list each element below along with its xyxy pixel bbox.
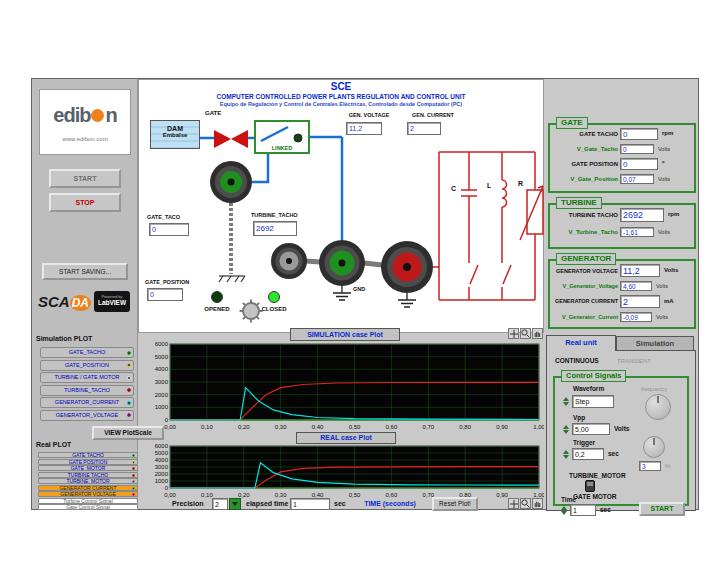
linked-switch[interactable]: LINKED: [254, 120, 310, 154]
transient-mode-label[interactable]: TRANSIENT: [617, 358, 651, 364]
opened-label: OPENED: [195, 306, 239, 312]
legend-label: GENERATOR CURRENT: [59, 485, 116, 491]
svg-text:0,50: 0,50: [349, 424, 361, 430]
svg-text:1000: 1000: [155, 478, 169, 484]
v-turbine-tacho-label: V_Turbine_Tacho: [552, 229, 618, 235]
time-label: Time: [561, 496, 576, 503]
reset-plot-button[interactable]: Reset Plot!: [432, 497, 478, 511]
legend-item-generator-voltage[interactable]: GENERATOR_VOLTAGE: [40, 410, 134, 421]
vpp-field[interactable]: 5,00: [572, 423, 610, 435]
stop-button[interactable]: STOP: [49, 193, 121, 212]
waveform-spinner[interactable]: [562, 395, 570, 408]
svg-text:0,60: 0,60: [386, 492, 398, 498]
legend-item-turbine-tacho[interactable]: TURBINE_TACHO: [40, 385, 134, 396]
legend-label: TURBINE TACHO: [68, 472, 108, 478]
continuous-mode-label[interactable]: CONTINUOUS: [555, 357, 599, 364]
elapsed-time-field[interactable]: 1: [290, 498, 330, 510]
v-gate-tacho-value: 0: [620, 144, 654, 154]
capacitor-label: C: [451, 185, 456, 192]
svg-text:0,30: 0,30: [275, 492, 287, 498]
v-generator-current-label: V_Generator_Current: [550, 314, 618, 320]
v-generator-voltage-value: 4,60: [620, 281, 652, 291]
time-unit: sec: [600, 506, 611, 513]
svg-text:1,00: 1,00: [533, 424, 544, 430]
percent-knob[interactable]: [643, 436, 665, 458]
time-spinner[interactable]: [560, 504, 568, 516]
gate-position-indicator: 0: [147, 288, 183, 301]
legend-item-real-turbine-motor[interactable]: TURBINE_MOTOR: [38, 478, 138, 484]
legend-item-turbine-gate-motor[interactable]: TURBINE / GATE MOTOR: [40, 372, 134, 383]
legend-item-real-generator-current[interactable]: GENERATOR CURRENT: [38, 485, 138, 491]
pan-tool-icon[interactable]: [532, 498, 543, 509]
start-control-button[interactable]: START: [639, 502, 685, 516]
legend-label: Turbine Control Signal: [63, 498, 113, 504]
trigger-spinner[interactable]: [562, 448, 570, 460]
vpp-spinner[interactable]: [562, 423, 570, 435]
legend-item-gate-tacho[interactable]: GATE_TACHO: [40, 347, 134, 358]
zoom-tool-icon[interactable]: [520, 328, 531, 339]
legend-label: TURBINE / GATE MOTOR: [54, 374, 119, 380]
tab-simulation[interactable]: Simulation: [616, 336, 694, 351]
svg-text:0,20: 0,20: [238, 492, 250, 498]
elapsed-time-label: elapsed time: [246, 500, 288, 507]
gate-taco-label: GATE_TACO: [147, 214, 180, 220]
svg-text:4000: 4000: [155, 366, 169, 372]
svg-text:0,20: 0,20: [238, 424, 250, 430]
turbine-tacho-label: TURBINE_TACHO: [251, 212, 298, 218]
svg-text:0,10: 0,10: [201, 492, 213, 498]
simulation-chart[interactable]: 0,000,100,200,300,400,500,600,700,800,90…: [144, 342, 544, 430]
start-button[interactable]: START: [49, 169, 121, 188]
generator-current-unit: mA: [664, 298, 674, 304]
trigger-field[interactable]: 0,2: [572, 448, 604, 460]
labview-badge: Powered by LabVIEW: [94, 291, 130, 312]
pan-tool-icon[interactable]: [532, 328, 543, 339]
logo-text-left: edib: [53, 104, 90, 126]
legend-item-gate-position[interactable]: GATE_POSITION: [40, 360, 134, 371]
legend-item-real-gate-tacho[interactable]: GATE TACHO: [38, 452, 138, 458]
time-field[interactable]: 1: [570, 504, 596, 516]
svg-text:0,60: 0,60: [386, 424, 398, 430]
crosshair-tool-icon[interactable]: [508, 498, 519, 509]
start-saving-button[interactable]: START SAVING...: [42, 263, 128, 280]
svg-text:0,00: 0,00: [164, 492, 176, 498]
precision-dropdown-arrow-icon[interactable]: [229, 498, 241, 510]
legend-item-gate-control-signal[interactable]: Gate Control Signal: [38, 504, 138, 510]
real-chart[interactable]: 0,000,100,200,300,400,500,600,700,800,90…: [144, 444, 544, 498]
generator-readout-group: GENERATOR GENERATOR VOLTAGE 11,2 Volts V…: [548, 259, 696, 329]
generator-voltage-value: 11,2: [620, 264, 660, 277]
frequency-knob[interactable]: [645, 394, 671, 420]
scada-logo: SCADA: [38, 293, 91, 311]
opened-led: [211, 291, 223, 303]
svg-text:2000: 2000: [155, 392, 169, 398]
v-gate-tacho-unit: Volts: [658, 146, 670, 152]
turbine-tacho-readout-label: TURBINE TACHO: [552, 212, 618, 218]
svg-text:5000: 5000: [155, 450, 169, 456]
legend-label: Gate Control Signal: [66, 504, 110, 510]
scada-da-badge: DA: [70, 295, 91, 311]
svg-text:5000: 5000: [155, 354, 169, 360]
vpp-unit: Volts: [614, 425, 629, 432]
waveform-select[interactable]: Step: [572, 395, 614, 408]
logo-o-icon: [91, 109, 104, 122]
legend-item-real-gate-motor[interactable]: GATE_MOTOR: [38, 465, 138, 471]
legend-color-dot: [132, 487, 135, 490]
turbine-motor-toggle[interactable]: [585, 480, 595, 492]
legend-label: GATE POSITION: [69, 459, 108, 465]
legend-color-dot: [127, 388, 131, 392]
legend-item-real-gate-position[interactable]: GATE POSITION: [38, 459, 138, 465]
legend-item-real-generator-voltage[interactable]: GENERATOR VOLTAGE: [38, 491, 138, 497]
gate-position-readout-unit: º: [662, 159, 665, 166]
svg-text:0,50: 0,50: [349, 492, 361, 498]
legend-item-real-turbine-tacho[interactable]: TURBINE TACHO: [38, 472, 138, 478]
legend-item-generator-current[interactable]: GENERATOR_CURRENT: [40, 397, 134, 408]
real-chart-tools: [508, 498, 543, 509]
gate-position-label: GATE_POSITION: [145, 279, 189, 285]
tab-real-unit[interactable]: Real unit: [546, 335, 616, 351]
precision-label: Precision: [172, 500, 204, 507]
real-unit-panel: CONTINUOUS TRANSIENT Control Signals Wav…: [546, 350, 696, 511]
legend-label: GENERATOR_VOLTAGE: [56, 412, 119, 418]
crosshair-tool-icon[interactable]: [508, 328, 519, 339]
legend-item-turbine-control-signal[interactable]: Turbine Control Signal: [38, 498, 138, 504]
precision-select[interactable]: 2: [212, 498, 228, 510]
zoom-tool-icon[interactable]: [520, 498, 531, 509]
